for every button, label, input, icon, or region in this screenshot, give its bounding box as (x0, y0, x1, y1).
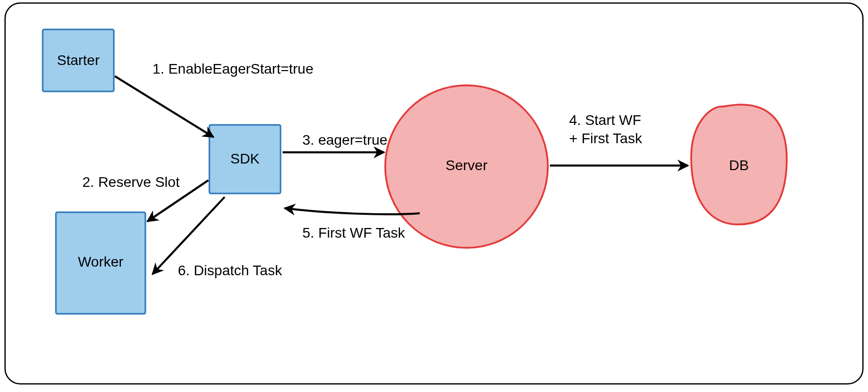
arrow-3-label: 3. eager=true (302, 132, 387, 148)
arrow-5-label: 5. First WF Task (302, 225, 406, 241)
node-sdk: SDK (209, 125, 281, 193)
node-worker-label: Worker (78, 254, 123, 270)
node-starter: Starter (43, 29, 114, 91)
arrow-6-dispatch-task: 6. Dispatch Task (152, 197, 283, 278)
arrow-4-start-wf: 4. Start WF + First Task (550, 112, 688, 166)
arrow-4-label-line1: 4. Start WF (569, 112, 641, 128)
node-server: Server (385, 85, 548, 248)
node-db: DB (691, 105, 787, 224)
node-db-label: DB (729, 157, 749, 173)
arrow-1-label: 1. EnableEagerStart=true (152, 61, 314, 77)
node-server-label: Server (446, 157, 487, 173)
node-sdk-label: SDK (230, 151, 260, 167)
diagram-canvas: Starter SDK Worker Server DB 1. EnableEa… (0, 0, 868, 392)
arrow-2-label: 2. Reserve Slot (82, 174, 180, 190)
node-starter-label: Starter (57, 52, 100, 68)
arrow-3-eager-true: 3. eager=true (283, 132, 387, 152)
node-worker: Worker (56, 212, 145, 314)
arrow-6-label: 6. Dispatch Task (178, 263, 283, 278)
arrow-4-label-line2: + First Task (569, 130, 642, 146)
